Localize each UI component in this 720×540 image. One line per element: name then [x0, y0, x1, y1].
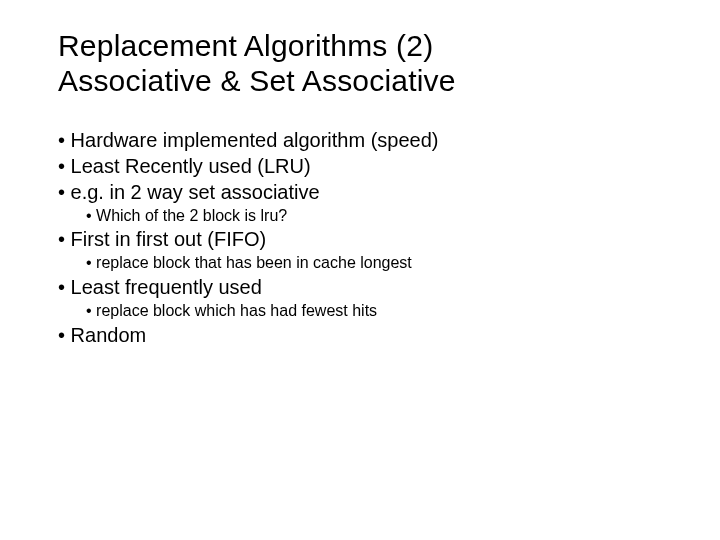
- bullet-item: e.g. in 2 way set associative Which of t…: [58, 179, 680, 227]
- title-line-2: Associative & Set Associative: [58, 64, 456, 97]
- sub-bullet-list: replace block that has been in cache lon…: [86, 252, 680, 274]
- slide: Replacement Algorithms (2) Associative &…: [0, 0, 720, 540]
- bullet-list: Hardware implemented algorithm (speed) L…: [58, 127, 680, 348]
- bullet-text: Least Recently used (LRU): [71, 155, 311, 177]
- bullet-text: Hardware implemented algorithm (speed): [71, 129, 439, 151]
- bullet-item: Random: [58, 322, 680, 348]
- bullet-item: Least frequently used replace block whic…: [58, 274, 680, 322]
- sub-bullet-text: replace block which has had fewest hits: [96, 302, 377, 319]
- slide-title: Replacement Algorithms (2) Associative &…: [58, 28, 680, 99]
- sub-bullet-text: replace block that has been in cache lon…: [96, 254, 412, 271]
- sub-bullet-item: replace block which has had fewest hits: [86, 300, 680, 322]
- bullet-item: First in first out (FIFO) replace block …: [58, 226, 680, 274]
- sub-bullet-text: Which of the 2 block is lru?: [96, 207, 287, 224]
- bullet-text: Least frequently used: [71, 276, 262, 298]
- sub-bullet-list: Which of the 2 block is lru?: [86, 205, 680, 227]
- bullet-text: First in first out (FIFO): [71, 228, 267, 250]
- bullet-item: Least Recently used (LRU): [58, 153, 680, 179]
- bullet-text: e.g. in 2 way set associative: [71, 181, 320, 203]
- sub-bullet-item: Which of the 2 block is lru?: [86, 205, 680, 227]
- sub-bullet-list: replace block which has had fewest hits: [86, 300, 680, 322]
- title-line-1: Replacement Algorithms (2): [58, 29, 433, 62]
- bullet-text: Random: [71, 324, 147, 346]
- bullet-item: Hardware implemented algorithm (speed): [58, 127, 680, 153]
- sub-bullet-item: replace block that has been in cache lon…: [86, 252, 680, 274]
